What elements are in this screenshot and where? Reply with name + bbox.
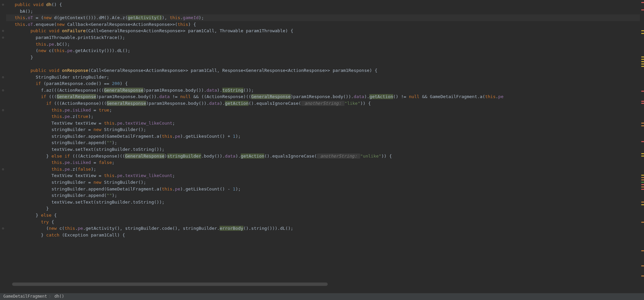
fold-indicator-icon[interactable] bbox=[0, 133, 6, 140]
fold-indicator-icon[interactable] bbox=[0, 219, 6, 225]
stripe-marker[interactable] bbox=[641, 30, 644, 31]
fold-indicator-icon[interactable] bbox=[0, 113, 6, 120]
code-line[interactable]: textView.setText(stringBuilder.toString(… bbox=[6, 146, 644, 153]
stripe-marker[interactable] bbox=[641, 177, 644, 178]
stripe-marker[interactable] bbox=[641, 141, 644, 142]
code-line[interactable]: this.pe.z(true); bbox=[6, 113, 644, 120]
code-line[interactable]: stringBuilder.append(GameDetailFragment.… bbox=[6, 133, 644, 140]
code-line[interactable]: stringBuilder.append(""); bbox=[6, 139, 644, 146]
stripe-marker[interactable] bbox=[641, 125, 644, 126]
fold-indicator-icon[interactable] bbox=[0, 212, 6, 219]
code-line[interactable]: bA(); bbox=[6, 8, 644, 15]
fold-indicator-icon[interactable] bbox=[0, 172, 6, 179]
stripe-marker[interactable] bbox=[641, 179, 644, 180]
code-line[interactable]: param1Throwable.printStackTrace(); bbox=[6, 34, 644, 41]
code-line[interactable]: stringBuilder = new StringBuilder(); bbox=[6, 126, 644, 133]
fold-indicator-icon[interactable] bbox=[0, 252, 6, 258]
fold-indicator-icon[interactable]: ⊖ bbox=[0, 74, 6, 81]
stripe-marker[interactable] bbox=[641, 33, 644, 34]
stripe-marker[interactable] bbox=[641, 9, 644, 10]
code-line[interactable]: this.pe.z(false); bbox=[6, 166, 644, 173]
fold-indicator-icon[interactable] bbox=[0, 60, 6, 67]
fold-indicator-icon[interactable]: ⊖ bbox=[0, 87, 6, 94]
fold-indicator-icon[interactable] bbox=[0, 153, 6, 160]
stripe-marker[interactable] bbox=[641, 66, 644, 67]
code-line[interactable]: if (((GeneralResponse)param1Response.bod… bbox=[6, 93, 644, 100]
code-line[interactable]: TextView textView = this.pe.textView_lik… bbox=[6, 120, 644, 127]
stripe-marker[interactable] bbox=[641, 91, 644, 92]
code-line[interactable]: textView.setText(stringBuilder.toString(… bbox=[6, 199, 644, 206]
code-line[interactable]: if (((ActionResponse)((GeneralResponse)p… bbox=[6, 100, 644, 107]
code-line[interactable] bbox=[6, 60, 644, 67]
fold-indicator-icon[interactable] bbox=[0, 8, 6, 15]
fold-indicator-icon[interactable] bbox=[0, 120, 6, 127]
code-line[interactable]: } bbox=[6, 205, 644, 212]
code-line[interactable]: TextView textView = this.pe.textView_lik… bbox=[6, 172, 644, 179]
fold-indicator-icon[interactable] bbox=[0, 139, 6, 146]
stripe-marker[interactable] bbox=[641, 265, 644, 266]
stripe-marker[interactable] bbox=[641, 204, 644, 205]
code-line[interactable]: (new c(this.pe.getActivity())).dL(); bbox=[6, 47, 644, 54]
code-line[interactable]: this.oT = (new d(getContext())).dM().A(e… bbox=[6, 14, 644, 21]
code-line[interactable]: try { bbox=[6, 219, 644, 225]
code-line[interactable]: public void onResponse(Call<GeneralRespo… bbox=[6, 67, 644, 74]
stripe-marker[interactable] bbox=[641, 189, 644, 190]
code-line[interactable]: this.pe.bC(); bbox=[6, 41, 644, 48]
stripe-marker[interactable] bbox=[641, 202, 644, 203]
fold-indicator-icon[interactable] bbox=[0, 238, 6, 245]
code-line[interactable]: if (param1Response.code() == 200) { bbox=[6, 80, 644, 87]
fold-indicator-icon[interactable] bbox=[0, 67, 6, 74]
fold-indicator-icon[interactable] bbox=[0, 199, 6, 206]
breadcrumb-class[interactable]: GameDetailFragment bbox=[3, 293, 47, 300]
code-line[interactable]: } bbox=[6, 54, 644, 61]
stripe-marker[interactable] bbox=[641, 186, 644, 187]
fold-indicator-icon[interactable] bbox=[0, 192, 6, 199]
gutter[interactable]: ⊖⊖⊖⊖⊖⊖⊖⊖ bbox=[0, 0, 6, 293]
fold-indicator-icon[interactable]: ⊖ bbox=[0, 28, 6, 34]
fold-indicator-icon[interactable] bbox=[0, 245, 6, 252]
fold-indicator-icon[interactable] bbox=[0, 186, 6, 192]
fold-indicator-icon[interactable] bbox=[0, 47, 6, 54]
stripe-marker[interactable] bbox=[641, 275, 644, 276]
code-line[interactable]: f.az(((ActionResponse)((GeneralResponse)… bbox=[6, 87, 644, 94]
stripe-marker[interactable] bbox=[641, 182, 644, 183]
code-line[interactable]: public void onFailure(Call<GeneralRespon… bbox=[6, 28, 644, 34]
code-line[interactable]: this.pe.isLiked = false; bbox=[6, 159, 644, 166]
fold-indicator-icon[interactable] bbox=[0, 41, 6, 48]
code-line[interactable]: public void dh() { bbox=[6, 1, 644, 8]
code-container[interactable]: public void dh() { bA(); this.oT = (new … bbox=[6, 0, 644, 293]
code-line[interactable]: StringBuilder stringBuilder; bbox=[6, 74, 644, 81]
breadcrumb-method[interactable]: dh() bbox=[54, 293, 64, 300]
stripe-marker[interactable] bbox=[641, 101, 644, 102]
fold-indicator-icon[interactable] bbox=[0, 100, 6, 107]
horizontal-scrollbar[interactable] bbox=[12, 283, 328, 286]
code-line[interactable]: stringBuilder = new StringBuilder(); bbox=[6, 179, 644, 186]
fold-indicator-icon[interactable] bbox=[0, 146, 6, 153]
error-stripe[interactable] bbox=[640, 0, 644, 293]
stripe-marker[interactable] bbox=[641, 103, 644, 104]
fold-indicator-icon[interactable] bbox=[0, 179, 6, 186]
fold-indicator-icon[interactable] bbox=[0, 159, 6, 166]
stripe-marker[interactable] bbox=[641, 250, 644, 251]
fold-indicator-icon[interactable]: ⊖ bbox=[0, 166, 6, 173]
stripe-marker[interactable] bbox=[641, 56, 644, 57]
code-line[interactable]: } else if (((ActionResponse)((GeneralRes… bbox=[6, 153, 644, 160]
fold-indicator-icon[interactable] bbox=[0, 14, 6, 21]
code-line[interactable]: stringBuilder.append(""); bbox=[6, 192, 644, 199]
code-line[interactable]: stringBuilder.append(GameDetailFragment.… bbox=[6, 186, 644, 192]
fold-indicator-icon[interactable] bbox=[0, 232, 6, 239]
fold-indicator-icon[interactable] bbox=[0, 126, 6, 133]
fold-indicator-icon[interactable]: ⊖ bbox=[0, 107, 6, 114]
fold-indicator-icon[interactable]: ⊖ bbox=[0, 1, 6, 8]
stripe-marker[interactable] bbox=[641, 2, 644, 3]
stripe-marker[interactable] bbox=[641, 156, 644, 157]
code-line[interactable]: this.pe.isLiked = true; bbox=[6, 107, 644, 114]
code-line[interactable]: (new c(this.pe.getActivity(), stringBuil… bbox=[6, 225, 644, 232]
stripe-marker[interactable] bbox=[641, 175, 644, 176]
code-line[interactable]: } else { bbox=[6, 212, 644, 219]
code-line[interactable]: } catch (Exception param1Call) { bbox=[6, 232, 644, 239]
stripe-marker[interactable] bbox=[641, 222, 644, 223]
stripe-marker[interactable] bbox=[641, 59, 644, 60]
stripe-marker[interactable] bbox=[641, 153, 644, 154]
stripe-marker[interactable] bbox=[641, 184, 644, 185]
